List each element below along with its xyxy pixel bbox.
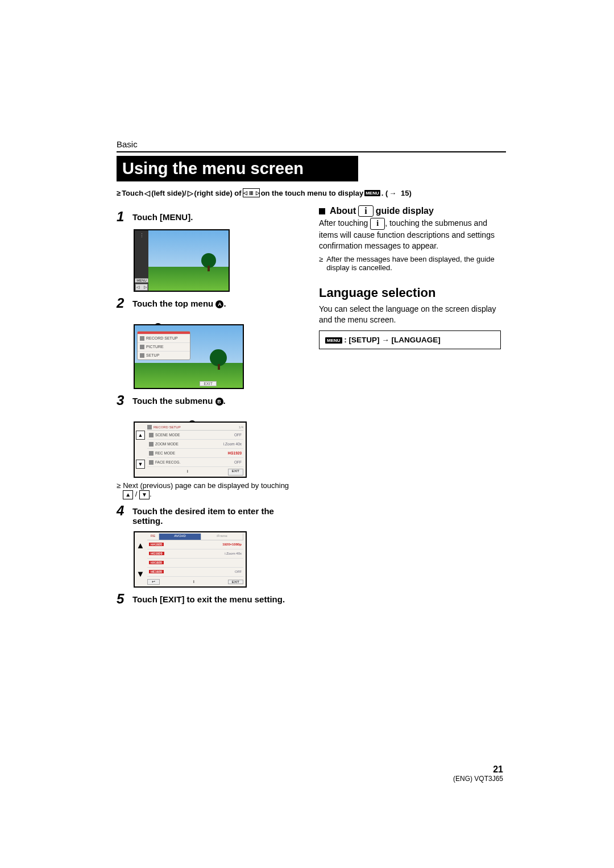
manual-page: Basic Using the menu screen ≥ Touch ◁ (l… — [0, 0, 614, 868]
up-arrow-icon: ▲ — [136, 540, 145, 550]
nav-strip-icon: ◁▷ — [135, 284, 148, 291]
figure-top-menu: RECORD SETUP PICTURE SETUP EXIT — [134, 324, 244, 389]
menu-button-icon: MENU — [135, 278, 148, 283]
exit-button: EXIT — [228, 580, 243, 584]
info-icon: i — [147, 469, 228, 476]
info-button-icon: i — [358, 205, 373, 217]
page-title: Using the menu screen — [117, 156, 358, 181]
exit-button: EXIT — [228, 469, 243, 476]
info-icon: i — [160, 579, 228, 584]
menu-chip-icon: MENU — [325, 337, 342, 344]
step3-note: ≥ Next (previous) page can be displayed … — [117, 481, 298, 499]
exit-button: EXIT — [200, 381, 217, 386]
step-5: 5 Touch [EXIT] to exit the menu setting. — [117, 592, 298, 606]
language-path-box: MENU : [SETUP] → [LANGUAGE] — [319, 330, 501, 349]
about-guide-heading: About i guide display — [319, 205, 501, 217]
down-arrow-icon: ▼ — [136, 460, 145, 469]
setup-icon — [140, 353, 144, 358]
info-button-icon: i — [370, 218, 385, 230]
figure-setting-select: RE AVCHD iFrame ▲ ▼ HA19201920×1080p HG1… — [134, 531, 247, 588]
intro-line: ≥ Touch ◁ (left side)/ ▷ (right side) of… — [117, 188, 506, 197]
figure-submenu: RECORD SETUP1/4 ▲ ▼ SCENE MODEOFF ZOOM M… — [134, 421, 247, 478]
down-arrow-icon: ▼ — [136, 569, 145, 578]
left-column: 1 Touch [MENU]. ⋮ MENU ◁▷ 2 Tou — [117, 205, 298, 606]
language-desc: You can select the language on the scree… — [319, 304, 501, 325]
about-paragraph: After touching i, touching the submenus … — [319, 218, 501, 251]
doc-code: (ENG) VQT3J65 — [453, 775, 503, 783]
language-heading: Language selection — [319, 286, 501, 300]
up-arrow-icon: ▲ — [136, 431, 145, 440]
about-bullet: ≥After the messages have been displayed,… — [319, 255, 501, 272]
badge-a-icon: A — [215, 300, 223, 308]
page-footer: 21 (ENG) VQT3J65 — [453, 764, 503, 783]
picture-icon — [140, 345, 144, 349]
right-column: About i guide display After touching i, … — [319, 205, 501, 606]
down-key-icon: ▼ — [139, 490, 150, 499]
page-number: 21 — [453, 764, 503, 775]
breadcrumb: Basic — [117, 139, 506, 152]
touch-menu-strip-icon: ◁||||▷ — [243, 188, 260, 197]
up-key-icon: ▲ — [123, 490, 133, 499]
step-4: 4 Touch the desired item to enter the se… — [117, 504, 298, 526]
camera-icon — [147, 425, 152, 429]
step-3: 3 Touch the submenu B. — [117, 394, 298, 407]
square-bullet-icon — [319, 208, 325, 214]
camera-icon — [140, 336, 144, 341]
figure-menu-screen: ⋮ MENU ◁▷ — [134, 229, 230, 292]
back-button-icon: ↩ — [147, 579, 160, 585]
step-2: 2 Touch the top menu A. — [117, 296, 298, 310]
badge-b-icon: B — [215, 398, 223, 406]
menu-chip-icon: MENU — [364, 190, 380, 196]
step-1: 1 Touch [MENU]. — [117, 210, 298, 224]
